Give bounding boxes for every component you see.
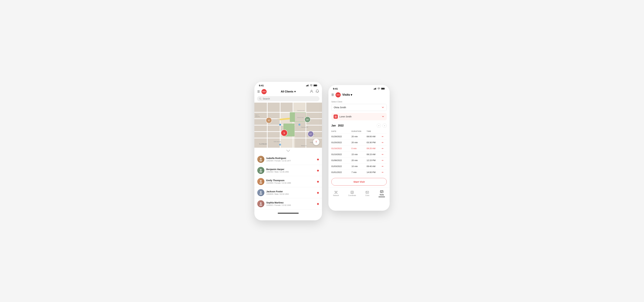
client-selector[interactable]: All Clients ▾ xyxy=(268,90,308,93)
loren-smith-name: Loren Smith xyxy=(340,115,380,118)
status-icons-1 xyxy=(306,84,318,86)
svg-rect-39 xyxy=(295,138,306,148)
edit-icon[interactable]: ✏ xyxy=(382,159,387,162)
expand-chevron[interactable] xyxy=(254,148,322,154)
compass-button[interactable] xyxy=(313,139,320,145)
edit-icon[interactable]: ✏ xyxy=(382,147,387,150)
crisis-icon xyxy=(366,190,369,194)
svg-text:A3: A3 xyxy=(335,116,336,117)
menu-icon[interactable]: ☰ xyxy=(257,90,260,94)
svg-point-75 xyxy=(260,180,262,182)
start-visit-button[interactable]: Start Visit xyxy=(331,178,387,186)
svg-rect-24 xyxy=(280,102,293,112)
signal-icon xyxy=(374,88,376,90)
svg-rect-31 xyxy=(254,132,267,138)
svg-line-94 xyxy=(335,192,336,192)
list-item[interactable]: Emily Thompson 1323094 / Female / 12.02.… xyxy=(254,176,322,187)
svg-point-89 xyxy=(336,192,336,193)
svg-rect-40 xyxy=(306,102,322,112)
edit-icon[interactable]: ✏ xyxy=(382,171,387,174)
svg-point-77 xyxy=(260,191,262,193)
chevron-down-icon: ▾ xyxy=(351,93,352,97)
network-icon xyxy=(334,190,338,194)
search-icon xyxy=(259,98,262,100)
list-item[interactable]: Benjamin Harper 1302402 / Male / 12.06.1… xyxy=(254,165,322,176)
location-pin-icon: ◆ xyxy=(317,158,319,161)
svg-marker-70 xyxy=(316,142,317,143)
edit-icon[interactable]: ✏ xyxy=(382,141,387,144)
svg-text:IGSS Services: IGSS Services xyxy=(274,141,281,142)
svg-line-95 xyxy=(336,192,337,192)
nav-item-coordinate[interactable]: Coordinate xyxy=(347,190,358,197)
table-header: DATE DURATION TIME xyxy=(331,129,387,134)
phone-map: 9:41 ☰ SOS All Clients ▾ xyxy=(254,82,322,220)
svg-text:M: M xyxy=(280,144,281,145)
visits-nav: ☰ SOS Visits ▾ xyxy=(328,91,390,99)
bell-icon[interactable] xyxy=(316,90,319,94)
client-dropdown[interactable]: Olvia Smith xyxy=(331,104,387,111)
chevron-down-icon xyxy=(382,106,384,109)
nav-item-crisis[interactable]: Crisis xyxy=(364,190,370,197)
table-row[interactable]: 01/16/2022 0 min 09:20 AM ✏ xyxy=(331,146,387,152)
sos-badge-2[interactable]: SOS xyxy=(336,92,341,98)
menu-icon-2[interactable]: ☰ xyxy=(331,93,334,97)
location-pin-icon: ◆ xyxy=(317,180,319,183)
svg-text:FLATBUSH: FLATBUSH xyxy=(259,143,267,145)
svg-point-73 xyxy=(260,169,262,170)
svg-rect-3 xyxy=(308,84,308,86)
table-row[interactable]: 01/01/2022 7 min 14:00 PM ✏ xyxy=(331,170,387,176)
svg-rect-5 xyxy=(314,85,317,86)
edit-icon[interactable]: ✏ xyxy=(382,135,387,138)
svg-rect-98 xyxy=(351,191,354,194)
search-bar[interactable] xyxy=(257,96,320,101)
svg-point-76 xyxy=(259,182,262,184)
loren-smith-row[interactable]: A3 Loren Smith xyxy=(331,113,387,120)
svg-rect-2 xyxy=(307,85,308,86)
list-item[interactable]: Sophia Martinez 1332021 / Female / 12.02… xyxy=(254,198,322,210)
svg-rect-84 xyxy=(376,88,376,90)
coordinate-icon xyxy=(350,190,354,194)
svg-rect-22 xyxy=(254,102,267,112)
status-bar-1: 9:41 xyxy=(254,82,322,88)
list-item[interactable]: Jackson Foster 1394835 / Male / 02.02.19… xyxy=(254,187,322,198)
phone-visits: 9:41 ☰ SOS Visits ▾ Select Client Olvia … xyxy=(328,85,390,211)
table-row[interactable]: 01/03/2022 10 min 09:40 AM ✏ xyxy=(331,164,387,170)
visits-table: DATE DURATION TIME 01/28/2022 20 min 08:… xyxy=(328,129,390,176)
svg-text:Ditmas Ave: Ditmas Ave xyxy=(301,145,307,146)
top-nav-1: ☰ SOS All Clients ▾ xyxy=(254,88,322,96)
status-icons-2 xyxy=(374,88,385,90)
svg-text:Church Ave: Church Ave xyxy=(297,117,304,118)
nav-item-visits[interactable]: Visits xyxy=(377,189,386,198)
prev-month-button[interactable]: ‹ xyxy=(377,124,381,128)
signal-icon xyxy=(306,84,309,86)
svg-point-90 xyxy=(335,191,335,192)
list-item[interactable]: Isabella Rodriguez 1342304 / Female / 12… xyxy=(254,154,322,165)
table-row[interactable]: 01/10/2022 15 min 08:15 AM ✏ xyxy=(331,152,387,158)
search-input[interactable] xyxy=(263,98,317,100)
svg-point-6 xyxy=(311,90,312,91)
table-row[interactable]: 01/20/2022 20 min 03:30 PM ✏ xyxy=(331,140,387,146)
status-time-1: 9:41 xyxy=(259,84,264,87)
nav-icons xyxy=(310,90,319,94)
table-row[interactable]: 01/08/2022 20 min 12:15 PM ✏ xyxy=(331,158,387,164)
svg-rect-34 xyxy=(268,132,280,138)
nav-item-network[interactable]: Network xyxy=(332,190,340,197)
svg-rect-86 xyxy=(382,88,384,89)
loren-chevron-icon[interactable] xyxy=(382,115,384,118)
next-month-button[interactable]: › xyxy=(382,124,387,128)
svg-rect-26 xyxy=(254,119,267,125)
svg-text:Clarkson Ave: Clarkson Ave xyxy=(297,110,305,111)
svg-line-96 xyxy=(335,193,336,193)
client-list: Isabella Rodriguez 1342304 / Female / 12… xyxy=(254,154,322,210)
status-time-2: 9:41 xyxy=(333,87,338,90)
edit-icon[interactable]: ✏ xyxy=(382,153,387,156)
wifi-icon xyxy=(378,88,380,90)
svg-rect-81 xyxy=(374,89,374,90)
location-pin-icon: ◆ xyxy=(317,191,319,194)
edit-icon[interactable]: ✏ xyxy=(382,165,387,168)
table-row[interactable]: 01/28/2022 20 min 08:00 AM ✏ xyxy=(331,134,387,140)
profile-icon[interactable] xyxy=(310,90,313,94)
map-svg: Clarkson Ave Church Ave FLATBUSH PECT SO… xyxy=(254,102,322,148)
sos-badge-1[interactable]: SOS xyxy=(262,89,266,94)
visits-title[interactable]: Visits ▾ xyxy=(342,93,352,97)
